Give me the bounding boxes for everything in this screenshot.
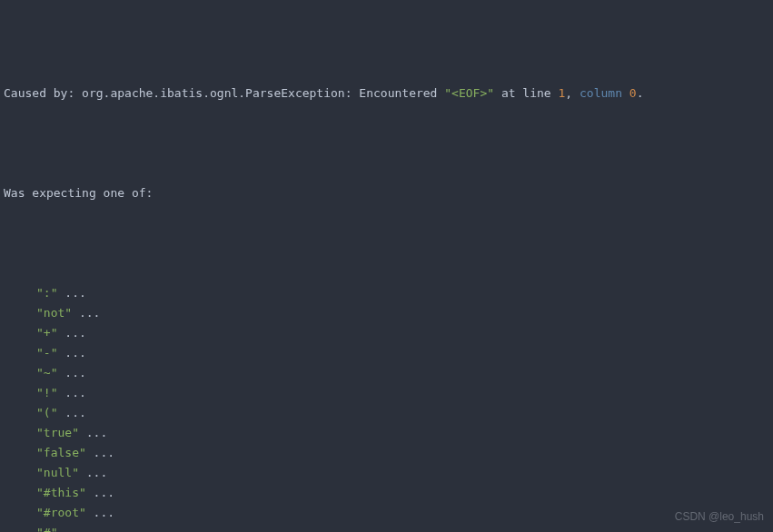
- expected-token-quoted: ":": [36, 286, 57, 300]
- header-sep-2: at line: [494, 86, 558, 100]
- ellipsis: ...: [79, 466, 107, 479]
- ellipsis: ...: [57, 366, 85, 379]
- header-end: .: [637, 86, 644, 100]
- expected-token-row: "-" ...: [4, 343, 769, 363]
- ellipsis: ...: [57, 386, 85, 399]
- ellipsis: ...: [57, 286, 85, 300]
- expecting-header: Was expecting one of:: [4, 183, 769, 203]
- error-header-line: Caused by: org.apache.ibatis.ognl.ParseE…: [4, 84, 769, 103]
- expected-token-quoted: "-": [36, 346, 57, 360]
- expected-token-row: "false" ...: [4, 443, 769, 463]
- ellipsis: ...: [79, 426, 107, 439]
- expected-token-row: "null" ...: [4, 463, 769, 483]
- expected-token-quoted: "false": [36, 446, 86, 459]
- expected-token-quoted: "not": [36, 306, 72, 320]
- watermark-text: CSDN @leo_hush: [675, 507, 764, 527]
- expected-token-quoted: "true": [36, 426, 79, 439]
- ellipsis: ...: [57, 346, 85, 360]
- expected-token-quoted: "!": [36, 386, 57, 399]
- error-column-number: 0: [629, 86, 637, 100]
- ellipsis: ...: [86, 506, 114, 519]
- column-word: column: [580, 86, 622, 100]
- expected-token-row: "!" ...: [4, 383, 769, 403]
- expected-token-row: "#" ...: [4, 523, 769, 532]
- expected-token-row: ":" ...: [4, 283, 769, 303]
- ellipsis: ...: [86, 446, 114, 459]
- expected-token-quoted: "(": [36, 406, 57, 419]
- expected-token-quoted: "#root": [36, 506, 86, 519]
- expected-token-row: "#root" ...: [4, 503, 769, 523]
- encountered-token: "<EOF>": [444, 86, 494, 100]
- header-sep-3: ,: [565, 86, 580, 100]
- expected-token-quoted: "~": [36, 366, 57, 379]
- expected-token-row: "+" ...: [4, 323, 769, 343]
- expected-token-row: "(" ...: [4, 403, 769, 423]
- ellipsis: ...: [86, 486, 114, 499]
- ellipsis: ...: [72, 306, 100, 320]
- expected-token-row: "not" ...: [4, 303, 769, 323]
- ellipsis: ...: [57, 326, 85, 340]
- expected-token-row: "#this" ...: [4, 483, 769, 503]
- terminal-output: Caused by: org.apache.ibatis.ognl.ParseE…: [0, 0, 773, 532]
- expected-tokens-list: ":" ..."not" ..."+" ..."-" ..."~" ..."!"…: [4, 283, 769, 532]
- expected-token-row: "true" ...: [4, 423, 769, 443]
- ellipsis: ...: [57, 526, 85, 532]
- expected-token-quoted: "+": [36, 326, 57, 340]
- header-sep-1: : Encountered: [345, 86, 445, 100]
- ellipsis: ...: [57, 406, 85, 419]
- expected-token-quoted: "null": [36, 466, 79, 479]
- expected-token-row: "~" ...: [4, 363, 769, 383]
- expected-token-quoted: "#this": [36, 486, 86, 499]
- caused-by-prefix: Caused by:: [4, 86, 82, 100]
- expected-token-quoted: "#": [36, 526, 57, 532]
- exception-class: org.apache.ibatis.ognl.ParseException: [82, 86, 345, 100]
- header-sep-4: [622, 86, 629, 100]
